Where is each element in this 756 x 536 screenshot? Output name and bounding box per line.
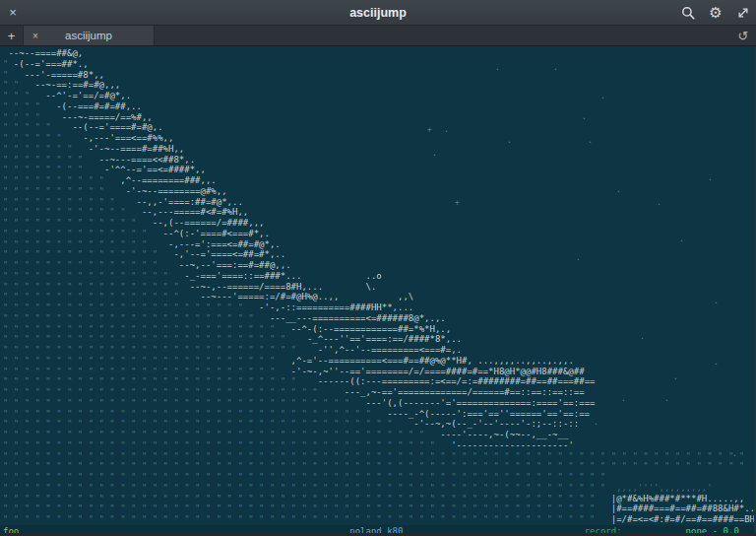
- tab-label: asciijump: [24, 30, 154, 41]
- window-close-button[interactable]: ×: [0, 0, 26, 26]
- terminal-line: " " " " " " " " " " " " " " -,---=':===<…: [3, 239, 754, 250]
- titlebar: × asciijump ⚙: [0, 0, 756, 26]
- gear-icon[interactable]: ⚙: [707, 4, 724, 22]
- terminal-line: " " " " -(--===#=#=##,..: [3, 101, 754, 112]
- terminal-line: " " " " " " " " " " " " " " " " " " " " …: [3, 302, 754, 313]
- terminal-line: " " " " " " " " " " " " " " " " " " " " …: [3, 324, 754, 335]
- terminal-line: " " " " " " " " " " " " --,---=====#<#=#…: [3, 207, 754, 218]
- terminal-line: " " " " " " " " " " " " " " " " " " " " …: [3, 494, 754, 504]
- terminal-line: " ---'-=====#8*,,: [3, 70, 754, 81]
- terminal-screen[interactable]: --~--====##&@," -(--='===##*.," ---'-===…: [3, 48, 754, 536]
- terminal-line: " " " " " " " " " " " " " " " " " " " " …: [3, 356, 754, 367]
- terminal-line: " " " " " " " " " " " " " " " " " " " " …: [3, 367, 754, 377]
- terminal-line: " " " " " " " " " " " " " " " " " " " " …: [3, 419, 754, 430]
- terminal-line: " " " " " " " " " " " " " " " " " --~-,-…: [3, 282, 754, 293]
- search-icon[interactable]: [679, 4, 697, 22]
- terminal-line: " " " " " " " " " " " " " " " " " " " " …: [3, 398, 754, 409]
- terminal-line: " " " " " --(--='====#=#@,.: [3, 122, 754, 133]
- terminal-line: " " " " " " " " " " -'-~--========@#%,,: [3, 186, 754, 197]
- terminal-line: " " " " " " " " " " " " " " " " " " " " …: [3, 451, 754, 462]
- terminal-line: " " " " " " " " " " " " " " " " " " " " …: [3, 472, 754, 483]
- terminal-line: " " " " " " " " " " " " " " " --~,--'===…: [3, 260, 754, 271]
- terminal-line: " " " " " " " " " " " --,,-'====:##=#@*,…: [3, 197, 754, 208]
- terminal-line: " " " " " " " " " " " " " " " " " " " " …: [3, 376, 754, 387]
- terminal-line: " " " " " " " " " " " " " " " " " " " " …: [3, 440, 754, 451]
- terminal-line: " " " " " " " " " " " " " " " " " " " " …: [3, 313, 754, 324]
- terminal-line: " " " " " " " " " " " " " " " " " " " " …: [3, 409, 754, 420]
- terminal-line: " " " " " " " " " " " " " " " " " --~---…: [3, 292, 754, 302]
- terminal-line: " " " " " " " " -'^^--='==<=####*,,: [3, 165, 754, 175]
- terminal-line: " " " --^'-='==/=#@*,.: [3, 91, 754, 101]
- terminal-line: " " " " " " " " " " " " " " " " " " " " …: [3, 334, 754, 345]
- window-title: asciijump: [0, 0, 756, 26]
- terminal-line: " " " " " " " " " " " " " " " " -_-==='=…: [3, 271, 754, 282]
- terminal-line: " " " " " " -,---'===<==#%%,,: [3, 133, 754, 144]
- expand-icon[interactable]: [734, 4, 752, 22]
- history-icon[interactable]: ↺: [730, 26, 756, 45]
- titlebar-icons: ⚙: [679, 0, 752, 26]
- terminal-line: " " " " ---~-=====/==%#,,: [3, 112, 754, 123]
- gear-glyph: ⚙: [709, 6, 722, 21]
- terminal-line: " " " " " " " -'-~--====#=##%H,,: [3, 144, 754, 155]
- tab-asciijump[interactable]: × asciijump: [24, 26, 155, 45]
- terminal-line: " " " " " " " " --~---====<<##8*,.: [3, 155, 754, 166]
- terminal-line: " " " " " " " " " " " " " " --^(:-'====#…: [3, 229, 754, 239]
- tabbar: + × asciijump ↺: [0, 26, 756, 46]
- tab-close-icon[interactable]: ×: [32, 31, 38, 41]
- terminal-line: " " " " " " " " " " " " " " " " " " " " …: [3, 387, 754, 398]
- terminal-window: × asciijump ⚙ + ×: [0, 0, 756, 536]
- terminal-line: " " " " " " " " " " " " " " " -,'--='===…: [3, 249, 754, 260]
- terminal-line: " " " " " " " " " " " " " " " " " " " " …: [3, 503, 754, 514]
- terminal-line: " " " " " " " " " " " " " " " " " " " " …: [3, 345, 754, 356]
- terminal-line: " " " " " " " " " " ,^--========###,,.: [3, 175, 754, 186]
- terminal-line: " " " " " " " " " " " " " --,(--======/=…: [3, 218, 754, 229]
- tabbar-spacer: [155, 26, 730, 45]
- terminal-line: " " " " " " " " " " " " " " " " " " " " …: [3, 483, 754, 494]
- terminal-line: " " " " " " " " " " " " " " " " " " " " …: [3, 461, 754, 472]
- terminal-line: " -(--='===##*.,: [3, 59, 754, 70]
- terminal-area[interactable]: --~--====##&@," -(--='===##*.," ---'-===…: [0, 46, 756, 536]
- terminal-line: " " " " " " " " " " " " " " " " " " " " …: [3, 430, 754, 440]
- terminal-line: " " --~-==:==#=#@,,,: [3, 80, 754, 91]
- new-tab-button[interactable]: +: [0, 26, 24, 45]
- terminal-line: --~--====##&@,: [3, 48, 754, 59]
- terminal-line: " " " " " " " " " " " " " " " " " " " " …: [3, 514, 754, 525]
